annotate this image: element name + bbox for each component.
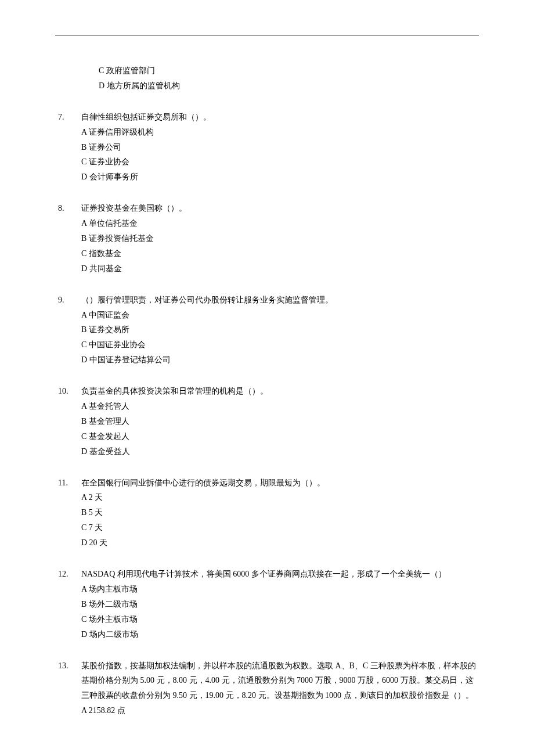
question-body: 某股价指数，按基期加权法编制，并以样本股的流通股数为权数。选取 A、B、C 三种… [81, 658, 479, 719]
question-stem: 在全国银行间同业拆借中心进行的债券远期交易，期限最短为（）。 [81, 476, 479, 491]
option-d: D 地方所属的监管机构 [99, 78, 479, 93]
question-body: 负责基金的具体投资决策和日常管理的机构是（）。A 基金托管人B 基金管理人C 基… [81, 384, 479, 459]
question-body: 证券投资基金在美国称（）。A 单位信托基金B 证券投资信托基金C 指数基金D 共… [81, 201, 479, 276]
option: B 5 天 [81, 505, 479, 520]
option: B 证券交易所 [81, 322, 479, 337]
question: 8.证券投资基金在美国称（）。A 单位信托基金B 证券投资信托基金C 指数基金D… [55, 201, 479, 276]
question-number: 10. [55, 384, 81, 399]
question: 9.（）履行管理职责，对证券公司代办股份转让服务业务实施监督管理。A 中国证监会… [55, 293, 479, 368]
question-stem: 负责基金的具体投资决策和日常管理的机构是（）。 [81, 384, 479, 399]
option: C 7 天 [81, 520, 479, 535]
question-body: NASDAQ 利用现代电子计算技术，将美国 6000 多个证券商网点联接在一起，… [81, 567, 479, 642]
question-number: 13. [55, 658, 81, 674]
question-number: 9. [55, 293, 81, 308]
option: B 场外二级市场 [81, 597, 479, 612]
question: 13.某股价指数，按基期加权法编制，并以样本股的流通股数为权数。选取 A、B、C… [55, 658, 479, 719]
question-stem: 某股价指数，按基期加权法编制，并以样本股的流通股数为权数。选取 A、B、C 三种… [81, 658, 479, 704]
question: 10.负责基金的具体投资决策和日常管理的机构是（）。A 基金托管人B 基金管理人… [55, 384, 479, 459]
question-number: 8. [55, 201, 81, 216]
option: A 基金托管人 [81, 399, 479, 414]
option: C 中国证券业协会 [81, 337, 479, 352]
question-number: 7. [55, 110, 81, 125]
question: 11.在全国银行间同业拆借中心进行的债券远期交易，期限最短为（）。A 2 天B … [55, 476, 479, 550]
question-body: 在全国银行间同业拆借中心进行的债券远期交易，期限最短为（）。A 2 天B 5 天… [81, 476, 479, 550]
question-list: 7.自律性组织包括证券交易所和（）。A 证券信用评级机构B 证券公司C 证券业协… [55, 110, 479, 718]
question: 12.NASDAQ 利用现代电子计算技术，将美国 6000 多个证券商网点联接在… [55, 567, 479, 642]
option: A 中国证监会 [81, 308, 479, 323]
option: A 2 天 [81, 490, 479, 505]
option: D 20 天 [81, 535, 479, 550]
option-c: C 政府监管部门 [99, 63, 479, 78]
option: A 场内主板市场 [81, 582, 479, 597]
question-stem: 证券投资基金在美国称（）。 [81, 201, 479, 216]
document-page: C 政府监管部门 D 地方所属的监管机构 7.自律性组织包括证券交易所和（）。A… [0, 0, 534, 756]
question-body: 自律性组织包括证券交易所和（）。A 证券信用评级机构B 证券公司C 证券业协会D… [81, 110, 479, 185]
question-number: 12. [55, 567, 81, 582]
option: A 证券信用评级机构 [81, 125, 479, 140]
question-stem: 自律性组织包括证券交易所和（）。 [81, 110, 479, 125]
option: C 指数基金 [81, 246, 479, 261]
option: D 基金受益人 [81, 444, 479, 459]
question-stem: NASDAQ 利用现代电子计算技术，将美国 6000 多个证券商网点联接在一起，… [81, 567, 479, 582]
option: A 单位信托基金 [81, 216, 479, 231]
option: D 场内二级市场 [81, 627, 479, 642]
option: B 证券公司 [81, 140, 479, 155]
question-body: （）履行管理职责，对证券公司代办股份转让服务业务实施监督管理。A 中国证监会B … [81, 293, 479, 368]
option: C 场外主板市场 [81, 612, 479, 627]
option: C 证券业协会 [81, 154, 479, 170]
question-stem: （）履行管理职责，对证券公司代办股份转让服务业务实施监督管理。 [81, 293, 479, 308]
option: A 2158.82 点 [81, 703, 479, 718]
option: D 共同基金 [81, 261, 479, 276]
option: C 基金发起人 [81, 429, 479, 444]
option: D 中国证券登记结算公司 [81, 352, 479, 368]
option: D 会计师事务所 [81, 170, 479, 185]
question-number: 11. [55, 476, 81, 491]
top-rule [55, 35, 479, 35]
option: B 基金管理人 [81, 414, 479, 429]
orphan-options: C 政府监管部门 D 地方所属的监管机构 [99, 63, 479, 93]
question: 7.自律性组织包括证券交易所和（）。A 证券信用评级机构B 证券公司C 证券业协… [55, 110, 479, 185]
option: B 证券投资信托基金 [81, 231, 479, 246]
